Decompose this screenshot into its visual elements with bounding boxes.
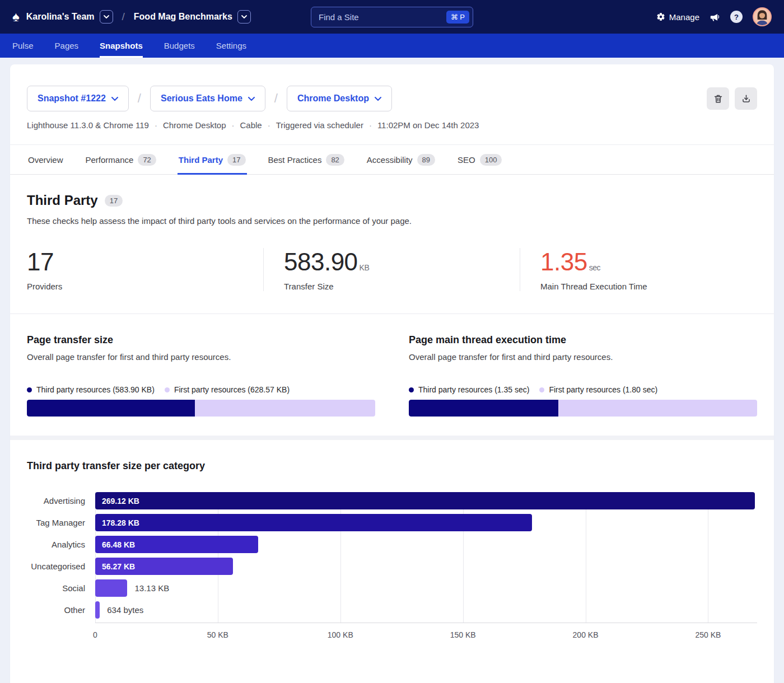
bar-value-label: 13.13 KB xyxy=(134,583,169,593)
chart-row-uncategorised: Uncategorised 56.27 KB xyxy=(27,558,757,575)
category-bar-chart: Advertising 269.12 KB Tag Manager 178.28… xyxy=(27,492,757,647)
category-bar: 178.28 KB xyxy=(95,514,532,531)
tab-accessibility[interactable]: Accessibility89 xyxy=(366,145,436,175)
snapshot-dropdown[interactable]: Snapshot #1222 xyxy=(27,86,129,111)
tab-performance[interactable]: Performance72 xyxy=(85,145,157,175)
category-label: Tag Manager xyxy=(27,518,95,527)
download-icon xyxy=(741,93,752,104)
first-party-legend-dot xyxy=(539,387,544,392)
tab-label: Best Practices xyxy=(268,155,322,165)
chevron-down-icon xyxy=(111,97,118,101)
x-tick-label: 200 KB xyxy=(573,630,599,639)
stat-value: 17 xyxy=(27,248,54,275)
meta-device: Chrome Desktop xyxy=(163,120,240,130)
project-name: Food Mag Benchmarks xyxy=(134,12,232,22)
project-switcher[interactable]: Food Mag Benchmarks xyxy=(134,10,251,24)
delete-snapshot-button[interactable] xyxy=(707,87,729,110)
site-search-input[interactable]: Find a Site ⌘ P xyxy=(311,7,473,27)
device-dropdown[interactable]: Chrome Desktop xyxy=(287,86,392,111)
tab-label: SEO xyxy=(458,155,475,165)
bar-value-label: 56.27 KB xyxy=(95,562,135,571)
legend-label: Third party resources (1.35 sec) xyxy=(418,385,529,394)
snapshot-meta: Lighthouse 11.3.0 & Chrome 119 Chrome De… xyxy=(10,111,774,130)
legend-label: First party resources (1.80 sec) xyxy=(549,385,657,394)
tab-score-badge: 100 xyxy=(480,154,502,166)
chart-row-advertising: Advertising 269.12 KB xyxy=(27,492,757,509)
page-body: Snapshot #1222 / Serious Eats Home / Chr… xyxy=(0,58,784,683)
breadcrumb-slash: / xyxy=(138,91,141,106)
manage-label: Manage xyxy=(669,12,699,22)
stat-main-thread-time: 1.35sec Main Thread Execution Time xyxy=(520,248,757,291)
transfer-size-stacked-bar xyxy=(27,400,375,417)
legend: Third party resources (583.90 KB) First … xyxy=(27,385,375,394)
breadcrumb-slash: / xyxy=(274,91,278,106)
download-report-button[interactable] xyxy=(735,87,757,110)
main-thread-time-panel: Page main thread execution time Overall … xyxy=(409,334,757,417)
category-bar: 66.48 KB xyxy=(95,536,258,553)
section-nav: Pulse Pages Snapshots Budgets Settings xyxy=(0,34,784,58)
subnav-item-settings[interactable]: Settings xyxy=(216,34,246,58)
tab-score-badge: 72 xyxy=(138,154,156,166)
stat-providers: 17 Providers xyxy=(27,248,263,291)
third-party-legend-dot xyxy=(409,387,414,392)
category-bar xyxy=(95,601,100,619)
summary-stats: 17 Providers 583.90KB Transfer Size 1.35… xyxy=(10,226,774,314)
category-bar: 56.27 KB xyxy=(95,558,233,575)
team-switcher[interactable]: Karolina's Team xyxy=(26,10,113,24)
tab-label: Accessibility xyxy=(367,155,413,165)
subnav-item-budgets[interactable]: Budgets xyxy=(164,34,195,58)
panel-title: Page transfer size xyxy=(27,334,375,346)
tab-seo[interactable]: SEO100 xyxy=(456,145,503,175)
meta-trigger: Triggered via scheduler xyxy=(276,120,377,130)
snapshot-dropdown-label: Snapshot #1222 xyxy=(38,93,106,104)
tab-best-practices[interactable]: Best Practices82 xyxy=(267,145,346,175)
snapshot-card: Snapshot #1222 / Serious Eats Home / Chr… xyxy=(10,64,774,683)
chart-row-tag-manager: Tag Manager 178.28 KB xyxy=(27,514,757,531)
page-dropdown[interactable]: Serious Eats Home xyxy=(150,86,265,111)
third-party-section-header: Third Party 17 These checks help assess … xyxy=(10,175,774,226)
bar-value-label: 634 bytes xyxy=(107,605,143,615)
user-avatar[interactable] xyxy=(753,7,772,26)
comparison-panels: Page transfer size Overall page transfer… xyxy=(10,314,774,436)
tab-third-party[interactable]: Third Party17 xyxy=(178,145,247,175)
snapshot-breadcrumb: Snapshot #1222 / Serious Eats Home / Chr… xyxy=(10,64,774,111)
x-tick-label: 100 KB xyxy=(328,630,353,639)
megaphone-icon[interactable] xyxy=(710,12,720,22)
meta-timestamp: 11:02PM on Dec 14th 2023 xyxy=(377,120,479,130)
legend-label: First party resources (628.57 KB) xyxy=(174,385,290,394)
page-title: Third Party xyxy=(27,193,98,208)
subnav-item-pulse[interactable]: Pulse xyxy=(12,34,34,58)
help-icon[interactable]: ? xyxy=(730,11,743,23)
legend-label: Third party resources (583.90 KB) xyxy=(36,385,155,394)
x-tick-label: 50 KB xyxy=(207,630,228,639)
meta-connection: Cable xyxy=(240,120,276,130)
section-divider-band xyxy=(10,436,774,440)
breadcrumb-slash: / xyxy=(122,11,125,23)
project-chevron-down-icon[interactable] xyxy=(237,10,251,24)
third-party-segment xyxy=(409,400,558,417)
subnav-item-pages[interactable]: Pages xyxy=(55,34,79,58)
subnav-item-snapshots[interactable]: Snapshots xyxy=(100,34,143,58)
panel-subtitle: Overall page transfer for first and thir… xyxy=(409,352,757,362)
stat-value: 583.90 xyxy=(284,248,358,275)
x-tick-label: 0 xyxy=(93,630,97,639)
panel-title: Page main thread execution time xyxy=(409,334,757,346)
stat-unit: sec xyxy=(589,263,600,272)
category-chart-section: Third party transfer size per category A… xyxy=(10,440,774,669)
spade-logo-icon[interactable]: ♠ xyxy=(12,10,20,24)
category-label: Analytics xyxy=(27,540,95,549)
category-bar: 269.12 KB xyxy=(95,492,755,509)
tab-label: Performance xyxy=(86,155,134,165)
team-chevron-down-icon[interactable] xyxy=(100,10,113,24)
main-thread-stacked-bar xyxy=(409,400,757,417)
chart-title: Third party transfer size per category xyxy=(27,460,757,472)
tab-score-badge: 82 xyxy=(326,154,344,166)
manage-button[interactable]: Manage xyxy=(656,12,699,22)
tab-overview[interactable]: Overview xyxy=(27,145,64,175)
tab-score-badge: 89 xyxy=(417,154,435,166)
chart-row-analytics: Analytics 66.48 KB xyxy=(27,536,757,553)
tab-label: Third Party xyxy=(179,155,223,165)
section-count-badge: 17 xyxy=(105,195,123,207)
stat-label: Transfer Size xyxy=(284,282,503,291)
third-party-legend-dot xyxy=(27,387,32,392)
